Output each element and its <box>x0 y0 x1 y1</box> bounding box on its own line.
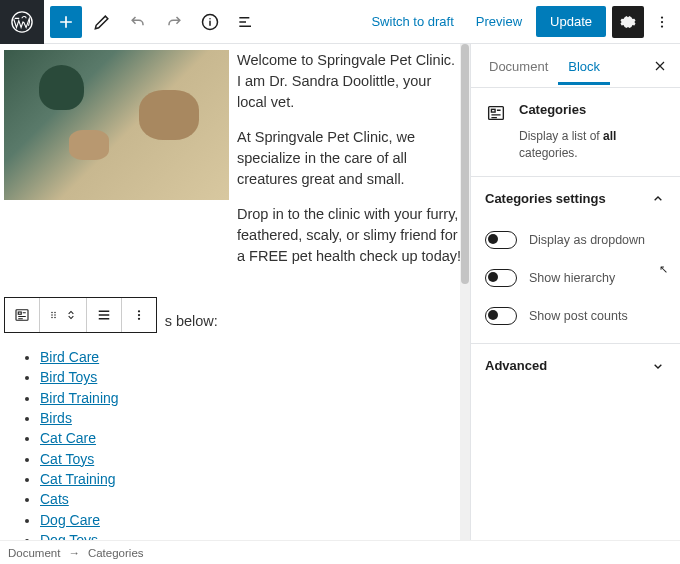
category-link[interactable]: Cat Toys <box>40 449 462 469</box>
svg-rect-6 <box>18 312 21 314</box>
category-link[interactable]: Bird Toys <box>40 367 462 387</box>
svg-point-3 <box>661 20 663 22</box>
svg-point-14 <box>138 314 140 316</box>
settings-button[interactable] <box>612 6 644 38</box>
toggle-display-dropdown[interactable] <box>485 231 517 249</box>
switch-draft-button[interactable]: Switch to draft <box>363 8 461 35</box>
block-name: Categories <box>519 102 586 117</box>
svg-point-15 <box>138 318 140 320</box>
breadcrumb-current: Categories <box>88 547 144 559</box>
svg-point-11 <box>51 317 53 319</box>
svg-point-4 <box>661 25 663 27</box>
panel-categories-settings[interactable]: Categories settings <box>471 177 680 221</box>
svg-point-8 <box>54 312 56 314</box>
toggle-label: Display as dropdown <box>529 233 645 247</box>
info-icon[interactable] <box>194 6 226 38</box>
update-button[interactable]: Update <box>536 6 606 37</box>
toggle-label: Show hierarchy <box>529 271 615 285</box>
add-block-button[interactable] <box>50 6 82 38</box>
svg-point-13 <box>138 310 140 312</box>
svg-point-7 <box>51 312 53 314</box>
category-link[interactable]: Bird Training <box>40 388 462 408</box>
align-button[interactable] <box>87 298 122 332</box>
category-link[interactable]: Bird Care <box>40 347 462 367</box>
top-toolbar: Switch to draft Preview Update <box>0 0 680 44</box>
category-link[interactable]: Cats <box>40 489 462 509</box>
edit-icon[interactable] <box>86 6 118 38</box>
block-toolbar[interactable] <box>4 297 157 333</box>
tab-document[interactable]: Document <box>479 46 558 85</box>
chevron-down-icon <box>650 358 666 374</box>
category-link[interactable]: Dog Care <box>40 510 462 530</box>
svg-rect-17 <box>491 109 495 112</box>
intro-p2: At Springvale Pet Clinic, we specialize … <box>237 127 462 190</box>
panel-advanced[interactable]: Advanced <box>471 344 680 388</box>
cursor-icon: ↖ <box>659 263 668 276</box>
svg-point-9 <box>51 314 53 316</box>
hero-image <box>4 50 229 200</box>
intro-text: Welcome to Springvale Pet Clinic. I am D… <box>237 50 462 281</box>
redo-button[interactable] <box>158 6 190 38</box>
tab-block[interactable]: Block <box>558 46 610 85</box>
block-description: Display a list of all categories. <box>471 128 680 176</box>
svg-point-10 <box>54 314 56 316</box>
category-link[interactable]: Birds <box>40 408 462 428</box>
move-updown-icon[interactable] <box>64 306 78 324</box>
undo-button[interactable] <box>122 6 154 38</box>
intro-p1: Welcome to Springvale Pet Clinic. I am D… <box>237 50 462 113</box>
wp-logo[interactable] <box>0 0 44 44</box>
settings-sidebar: Document Block Categories Display a list… <box>470 44 680 540</box>
block-type-icon[interactable] <box>5 298 40 332</box>
chevron-up-icon <box>650 191 666 207</box>
category-link[interactable]: Cat Training <box>40 469 462 489</box>
toggle-show-post-counts[interactable] <box>485 307 517 325</box>
more-menu-button[interactable] <box>650 6 674 38</box>
category-link[interactable]: Dog Toys <box>40 530 462 540</box>
drag-handle-icon[interactable] <box>48 306 60 324</box>
preview-button[interactable]: Preview <box>468 8 530 35</box>
breadcrumb-root[interactable]: Document <box>8 547 60 559</box>
svg-point-2 <box>661 16 663 18</box>
close-sidebar-button[interactable] <box>648 54 672 78</box>
breadcrumb: Document → Categories <box>0 540 680 564</box>
toggle-show-hierarchy[interactable] <box>485 269 517 287</box>
categories-list: Bird Care Bird Toys Bird Training Birds … <box>40 347 462 540</box>
category-link[interactable]: Cat Care <box>40 428 462 448</box>
toggle-label: Show post counts <box>529 309 628 323</box>
intro-p3: Drop in to the clinic with your furry, f… <box>237 204 462 267</box>
categories-block-icon <box>485 102 507 124</box>
editor-canvas[interactable]: Welcome to Springvale Pet Clinic. I am D… <box>0 44 470 540</box>
block-more-button[interactable] <box>122 298 156 332</box>
toolbar-overlap-text: s below: <box>165 313 218 329</box>
outline-icon[interactable] <box>230 6 262 38</box>
svg-point-12 <box>54 317 56 319</box>
